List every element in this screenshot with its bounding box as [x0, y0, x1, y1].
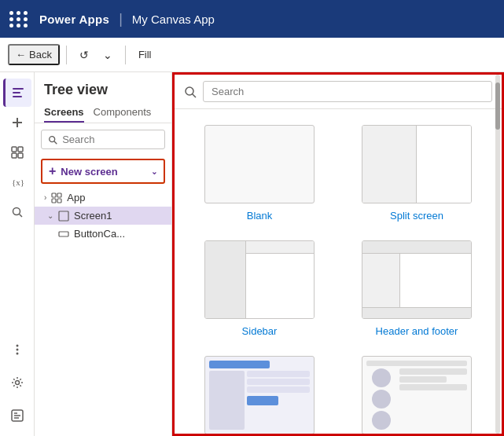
tree-item-app-label: App: [67, 192, 85, 203]
svg-point-13: [16, 349, 18, 351]
brand-separator: |: [119, 11, 123, 27]
template-split-preview: [362, 125, 472, 203]
templates-grid: Blank Split screen Sidebar: [175, 109, 502, 434]
svg-rect-6: [18, 147, 23, 152]
screen-icon: [58, 211, 69, 222]
svg-rect-1: [13, 92, 20, 93]
template-sidebar-label: Sidebar: [242, 325, 278, 337]
new-screen-label: New screen: [61, 166, 117, 178]
button-icon: [58, 229, 69, 240]
template-blank-label: Blank: [247, 210, 273, 222]
template-split-screen[interactable]: Split screen: [338, 115, 495, 231]
toolbar: ← Back ↺ ⌄ Fill: [0, 38, 504, 72]
sidebar-item-treeview[interactable]: [3, 79, 31, 107]
svg-rect-25: [57, 199, 61, 203]
template-split-label: Split screen: [390, 210, 443, 222]
svg-rect-5: [12, 147, 17, 152]
top-bar: Power Apps | My Canvas App: [0, 0, 504, 38]
app-icon: [51, 192, 62, 203]
svg-rect-2: [13, 96, 22, 97]
tree-tabs: Screens Components: [35, 103, 171, 123]
svg-point-10: [13, 208, 20, 215]
svg-rect-8: [18, 153, 23, 158]
svg-rect-23: [57, 193, 61, 197]
tab-screens[interactable]: Screens: [44, 103, 84, 123]
template-sidebar[interactable]: Sidebar: [181, 231, 338, 346]
app-grid-icon[interactable]: [9, 11, 28, 27]
fill-label: Fill: [132, 46, 158, 64]
template-search-area: [175, 75, 502, 109]
template-hf-label: Header and footer: [376, 325, 458, 337]
svg-line-11: [19, 214, 22, 218]
new-screen-plus-icon: +: [49, 164, 56, 178]
toolbar-divider2: [125, 46, 126, 64]
tree-item-buttonca[interactable]: ButtonCa...: [35, 225, 171, 243]
template-search-icon: [184, 86, 197, 98]
template-sidebar-preview: [204, 240, 315, 319]
new-screen-button[interactable]: + New screen ⌄: [41, 159, 165, 184]
tree-search-box[interactable]: [41, 130, 165, 149]
svg-point-14: [16, 353, 18, 355]
template-form2[interactable]: [338, 346, 495, 434]
app-name-label: My Canvas App: [132, 13, 215, 26]
toolbar-divider: [66, 46, 67, 64]
svg-text:{x}: {x}: [12, 178, 24, 187]
tree-panel-title: Tree view: [35, 72, 171, 103]
svg-rect-24: [52, 199, 56, 203]
svg-rect-7: [12, 153, 17, 158]
tree-item-buttonca-label: ButtonCa...: [74, 228, 125, 240]
tab-components[interactable]: Components: [94, 103, 152, 123]
scrollbar[interactable]: [495, 75, 500, 434]
template-form1[interactable]: [181, 346, 338, 434]
svg-point-12: [16, 345, 18, 347]
template-search-input[interactable]: [203, 81, 492, 102]
tree-item-screen1-label: Screen1: [74, 210, 112, 222]
svg-rect-26: [59, 211, 68, 221]
template-form1-preview: [204, 356, 315, 434]
undo-redo-group: ↺ ⌄: [73, 44, 119, 66]
template-hf-preview: [362, 240, 472, 319]
chevron-down-icon: ⌄: [47, 211, 53, 220]
svg-line-29: [193, 93, 197, 97]
template-blank[interactable]: Blank: [181, 115, 338, 231]
sidebar-item-variables[interactable]: {x}: [3, 168, 31, 196]
template-form2-preview: [362, 356, 472, 434]
tree-item-app[interactable]: › App: [35, 189, 171, 207]
svg-point-15: [15, 381, 19, 385]
tree-panel: Tree view Screens Components + New scree…: [35, 72, 172, 436]
sidebar-item-search[interactable]: [3, 198, 31, 226]
brand-label: Power Apps: [39, 13, 109, 26]
svg-point-20: [50, 136, 55, 141]
sidebar-item-data[interactable]: [3, 138, 31, 167]
undo-button[interactable]: ↺: [73, 44, 95, 66]
new-screen-chevron-icon: ⌄: [151, 167, 157, 176]
sidebar-item-more[interactable]: [3, 335, 31, 364]
sidebar-item-settings[interactable]: [3, 368, 31, 397]
tree-search-input[interactable]: [62, 134, 158, 145]
back-label: Back: [29, 49, 52, 60]
scrollbar-thumb[interactable]: [495, 82, 500, 130]
back-button[interactable]: ← Back: [8, 44, 60, 65]
redo-chevron-button[interactable]: ⌄: [97, 44, 119, 66]
template-header-footer[interactable]: Header and footer: [338, 231, 495, 346]
template-blank-preview: [204, 125, 315, 203]
sidebar-item-add[interactable]: [3, 108, 31, 137]
icon-sidebar: {x}: [0, 72, 35, 436]
svg-rect-22: [52, 193, 56, 197]
tree-item-screen1[interactable]: ⌄ Screen1: [35, 207, 171, 225]
svg-line-21: [54, 141, 57, 143]
chevron-right-icon: ›: [44, 193, 46, 202]
svg-rect-27: [59, 232, 68, 236]
main-layout: {x} Tree view Screens Components + New s…: [0, 72, 504, 436]
svg-rect-0: [13, 88, 24, 90]
tree-items: › App ⌄ Screen1 ButtonCa...: [35, 189, 171, 436]
sidebar-item-help[interactable]: [3, 401, 31, 430]
back-arrow-icon: ←: [16, 49, 26, 60]
search-icon: [48, 134, 57, 145]
template-picker: Blank Split screen Sidebar: [172, 72, 504, 436]
